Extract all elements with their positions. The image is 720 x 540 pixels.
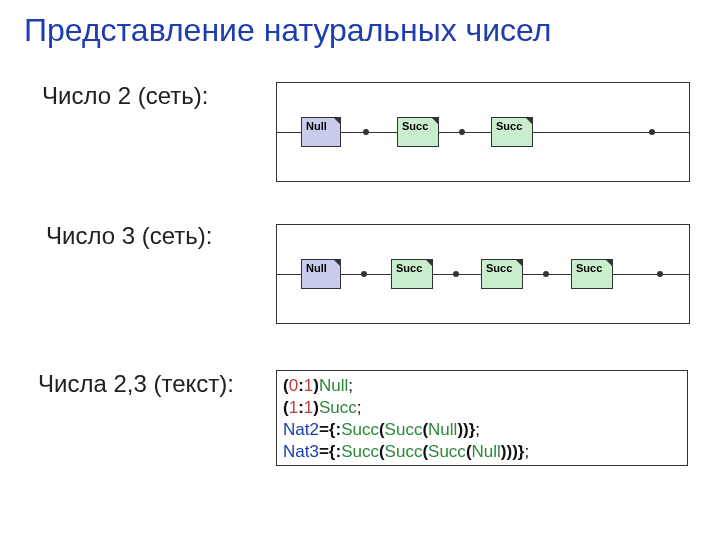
code-line-2: (1:1)Succ;	[283, 397, 681, 419]
node-label: Succ	[396, 262, 422, 274]
label-num2: Число 2 (сеть):	[42, 82, 208, 110]
node-label: Succ	[402, 120, 428, 132]
node-label: Succ	[486, 262, 512, 274]
node-null: Null	[301, 117, 341, 147]
node-label: Succ	[576, 262, 602, 274]
node-succ: Succ	[391, 259, 433, 289]
node-succ: Succ	[481, 259, 523, 289]
node-succ: Succ	[571, 259, 613, 289]
chain-2: Null Succ Succ	[277, 117, 689, 147]
node-null: Null	[301, 259, 341, 289]
code-line-4: Nat3={:Succ(Succ(Succ(Null)))};	[283, 441, 681, 463]
code-line-3: Nat2={:Succ(Succ(Null))};	[283, 419, 681, 441]
chain-3: Null Succ Succ Succ	[277, 259, 689, 289]
node-label: Null	[306, 262, 327, 274]
node-succ: Succ	[491, 117, 533, 147]
code-box: (0:1)Null; (1:1)Succ; Nat2={:Succ(Succ(N…	[276, 370, 688, 466]
node-label: Succ	[496, 120, 522, 132]
label-text: Числа 2,3 (текст):	[38, 370, 234, 398]
net-box-3: Null Succ Succ Succ	[276, 224, 690, 324]
net-box-2: Null Succ Succ	[276, 82, 690, 182]
node-succ: Succ	[397, 117, 439, 147]
page-title: Представление натуральных чисел	[24, 12, 552, 49]
label-num3: Число 3 (сеть):	[46, 222, 212, 250]
code-line-1: (0:1)Null;	[283, 375, 681, 397]
node-label: Null	[306, 120, 327, 132]
